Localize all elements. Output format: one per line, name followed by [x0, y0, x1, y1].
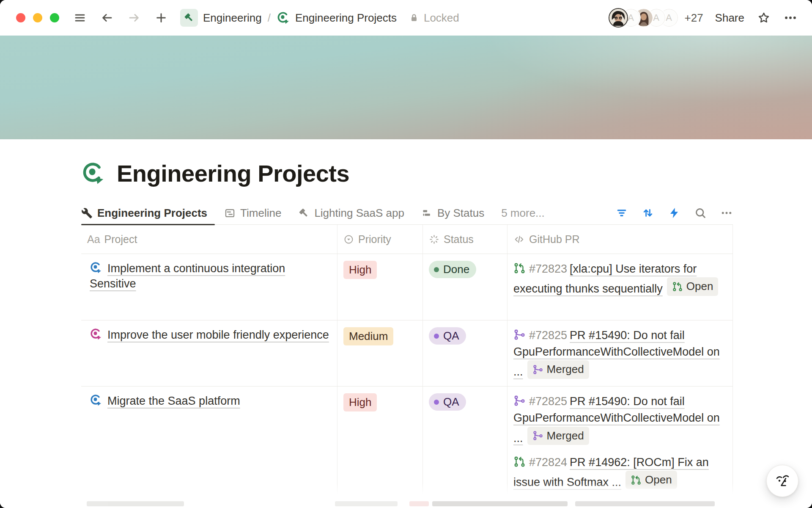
column-header-status[interactable]: Status	[423, 225, 508, 254]
sort-button[interactable]	[642, 207, 654, 219]
close-window-button[interactable]	[16, 13, 25, 22]
ai-face-icon	[774, 472, 791, 489]
arrow-right-icon	[128, 11, 140, 24]
table-header: Aa Project Priority Status GitHub PR	[81, 225, 733, 254]
tab-timeline[interactable]: Timeline	[224, 202, 281, 224]
avatar-initial: A	[628, 12, 634, 23]
page-title-row: Engineering Projects	[81, 155, 733, 191]
table-row: Implement a continuous integration Sensi…	[81, 254, 733, 320]
column-header-priority[interactable]: Priority	[337, 225, 423, 254]
pr-state-badge[interactable]: Merged	[527, 360, 589, 379]
collaborators-overflow-count[interactable]: +27	[685, 11, 703, 25]
status-dot	[434, 400, 439, 405]
cell-priority: High	[337, 254, 423, 320]
filter-button[interactable]	[615, 207, 628, 219]
pr-state-label: Merged	[547, 428, 584, 444]
ghost-text	[432, 501, 568, 506]
avatar[interactable]	[609, 8, 628, 28]
pr-entry: #72823[xla:cpu] Use iterators for execut…	[513, 261, 727, 297]
column-header-project[interactable]: Aa Project	[81, 225, 337, 254]
tab-label: Engineering Projects	[97, 207, 207, 220]
nav-forward-button[interactable]	[128, 11, 140, 24]
code-property-icon	[513, 234, 525, 245]
locked-label: Locked	[424, 11, 459, 25]
notion-ai-button[interactable]	[766, 465, 798, 497]
text-property-icon: Aa	[87, 233, 100, 246]
cell-project: Implement a continuous integration Sensi…	[81, 254, 337, 320]
tab-label: Lighting SaaS app	[314, 207, 404, 220]
table-row: Improve the user mobile friendly experie…	[81, 320, 733, 387]
database-views-tabs: Engineering Projects Timeline Lighting S…	[81, 202, 733, 225]
tab-engineering-projects[interactable]: Engineering Projects	[81, 202, 207, 224]
pr-number: #72823	[529, 262, 567, 275]
sidebar-menu-button[interactable]	[74, 11, 86, 24]
page-content: Engineering Projects Engineering Project…	[81, 155, 733, 497]
favorite-button[interactable]	[757, 11, 771, 25]
notion-window: Engineering / Engineering Projects Locke…	[0, 0, 812, 508]
page-title[interactable]: Engineering Projects	[117, 160, 349, 187]
ghost-text	[87, 501, 184, 506]
project-page-link[interactable]: Improve the user mobile friendly experie…	[107, 329, 329, 341]
more-options-button[interactable]	[783, 11, 798, 25]
minimize-window-button[interactable]	[33, 13, 42, 22]
new-tab-button[interactable]	[155, 11, 167, 24]
git-merge-icon	[532, 364, 543, 375]
search-button[interactable]	[694, 207, 707, 219]
nav-back-button[interactable]	[101, 11, 113, 24]
status-badge[interactable]: QA	[429, 393, 466, 411]
column-label: Status	[444, 233, 474, 246]
automations-button[interactable]	[668, 207, 680, 219]
macos-traffic-lights	[16, 13, 59, 22]
git-merge-icon	[532, 430, 543, 441]
priority-badge[interactable]: Medium	[343, 327, 393, 345]
arrow-left-icon	[101, 11, 113, 24]
pull-request-icon	[672, 281, 683, 292]
cell-priority: High	[337, 387, 423, 496]
status-dot	[434, 334, 439, 339]
tab-by-status[interactable]: By Status	[421, 202, 484, 224]
column-header-github-pr[interactable]: GitHub PR	[508, 225, 733, 254]
partially-visible-next-row	[0, 501, 812, 508]
pr-entry: #72825PR #15490: Do not fail GpuPerforma…	[513, 327, 727, 380]
priority-badge[interactable]: High	[343, 261, 377, 279]
zoom-window-button[interactable]	[50, 13, 59, 22]
cell-status: QA	[423, 320, 508, 386]
locked-indicator[interactable]: Locked	[409, 11, 459, 25]
avatar-initial: A	[653, 12, 659, 23]
lock-icon	[409, 12, 420, 23]
status-dot	[434, 267, 439, 272]
status-spinner-icon	[429, 234, 439, 245]
cell-status: Done	[423, 254, 508, 320]
star-icon	[757, 11, 771, 25]
workspace-icon[interactable]	[180, 9, 198, 27]
sync-page-icon	[90, 394, 102, 406]
page-icon-sync[interactable]	[81, 161, 106, 185]
breadcrumb-page[interactable]: Engineering Projects	[295, 11, 397, 25]
breadcrumb-root[interactable]: Engineering	[203, 11, 262, 25]
pr-number: #72825	[529, 395, 567, 408]
share-button[interactable]: Share	[715, 11, 744, 25]
git-merge-icon	[513, 329, 526, 341]
lightning-icon	[668, 207, 680, 219]
pr-number: #72825	[529, 329, 567, 342]
tab-lighting-saas-app[interactable]: Lighting SaaS app	[298, 202, 404, 224]
ghost-text	[335, 501, 398, 506]
project-page-link[interactable]: Migrate the SaaS platform	[107, 395, 240, 407]
status-badge[interactable]: Done	[429, 261, 476, 278]
column-label: Project	[104, 233, 137, 246]
cell-github-pr: #72823[xla:cpu] Use iterators for execut…	[508, 254, 733, 320]
breadcrumb: Engineering / Engineering Projects	[180, 9, 397, 27]
status-badge[interactable]: QA	[429, 327, 466, 345]
wrench-icon	[81, 207, 93, 219]
priority-badge[interactable]: High	[343, 393, 377, 411]
breadcrumb-separator: /	[268, 11, 271, 25]
pr-state-badge[interactable]: Merged	[527, 427, 589, 445]
search-icon	[694, 207, 707, 219]
more-views-button[interactable]: 5 more...	[501, 207, 545, 220]
sort-arrows-icon	[642, 207, 654, 219]
pr-state-badge[interactable]: Open	[667, 277, 719, 296]
sync-page-icon	[90, 261, 102, 274]
view-options-button[interactable]	[720, 207, 733, 219]
pr-state-label: Merged	[547, 362, 584, 378]
project-page-link[interactable]: Implement a continuous integration Sensi…	[90, 262, 285, 290]
